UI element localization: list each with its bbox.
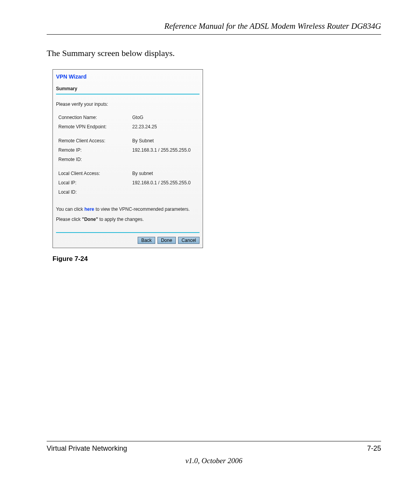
- footer-section-title: Virtual Private Networking: [47, 444, 127, 453]
- field-label: Remote IP:: [58, 147, 132, 153]
- field-group-connection: Connection Name: GtoG Remote VPN Endpoin…: [53, 114, 203, 137]
- vpnc-here-link[interactable]: here: [84, 206, 94, 212]
- apply-changes-line: Please click "Done" to apply the changes…: [53, 214, 203, 222]
- field-label: Local Client Access:: [58, 171, 132, 176]
- field-row: Local ID:: [58, 189, 200, 198]
- page-number: 7-25: [367, 444, 381, 453]
- field-value: By Subnet: [132, 138, 154, 144]
- field-row: Local Client Access: By subnet: [58, 170, 200, 179]
- done-post-text: to apply the changes.: [98, 217, 144, 222]
- button-row: Back Done Cancel: [53, 235, 203, 248]
- field-value: GtoG: [132, 115, 144, 120]
- document-header: Reference Manual for the ADSL Modem Wire…: [47, 21, 381, 35]
- footer-divider: [47, 441, 381, 441]
- document-footer: Virtual Private Networking 7-25 v1.0, Oc…: [47, 441, 381, 465]
- field-value: 192.168.3.1 / 255.255.255.0: [132, 147, 191, 153]
- vpnc-pre-text: You can click: [56, 206, 84, 212]
- figure-caption: Figure 7-24: [52, 255, 381, 263]
- field-row: Remote VPN Endpoint: 22.23.24.25: [58, 123, 200, 133]
- field-row: Remote Client Access: By Subnet: [58, 137, 200, 147]
- field-label: Local IP:: [58, 180, 132, 186]
- field-value: 192.168.0.1 / 255.255.255.0: [132, 180, 191, 186]
- vpnc-post-text: to view the VPNC-recommended parameters.: [94, 206, 189, 212]
- field-row: Local IP: 192.168.0.1 / 255.255.255.0: [58, 179, 200, 189]
- field-row: Remote ID:: [58, 156, 200, 165]
- intro-text: The Summary screen below displays.: [47, 48, 381, 58]
- vpnc-parameters-line: You can click here to view the VPNC-reco…: [53, 203, 203, 214]
- field-label: Local ID:: [58, 189, 132, 195]
- wizard-title: VPN Wizard: [53, 70, 203, 86]
- vpn-wizard-panel: VPN Wizard Summary Please verify your in…: [52, 69, 203, 248]
- verify-inputs-text: Please verify your inputs:: [53, 102, 203, 114]
- field-row: Remote IP: 192.168.3.1 / 255.255.255.0: [58, 147, 200, 156]
- done-button[interactable]: Done: [158, 237, 176, 244]
- divider: [56, 94, 200, 94]
- done-pre-text: Please click: [56, 217, 82, 222]
- field-label: Remote ID:: [58, 157, 132, 162]
- field-label: Remote Client Access:: [58, 138, 132, 144]
- footer-version: v1.0, October 2006: [47, 457, 381, 465]
- field-label: Remote VPN Endpoint:: [58, 124, 132, 130]
- done-bold-text: "Done": [82, 217, 98, 222]
- divider: [56, 232, 200, 233]
- field-value: 22.23.24.25: [132, 124, 157, 130]
- field-label: Connection Name:: [58, 115, 132, 120]
- back-button[interactable]: Back: [138, 237, 155, 244]
- field-group-local: Local Client Access: By subnet Local IP:…: [53, 170, 203, 203]
- field-value: By subnet: [132, 171, 153, 176]
- cancel-button[interactable]: Cancel: [178, 237, 200, 244]
- field-row: Connection Name: GtoG: [58, 114, 200, 123]
- summary-section-title: Summary: [53, 86, 203, 94]
- field-group-remote: Remote Client Access: By Subnet Remote I…: [53, 137, 203, 170]
